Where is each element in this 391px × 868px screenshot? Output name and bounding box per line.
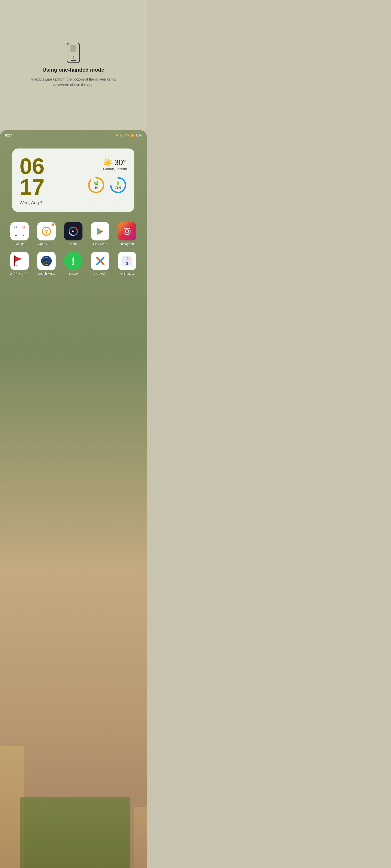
sepah-app-label: Sepah MB...: [38, 272, 55, 275]
phone-screen: 6:17 🔑 ◎ 4G+ 📶 71% 06 17 Wed, Aug 7 ☀️ 3…: [0, 130, 147, 868]
svg-text:ص: ص: [44, 259, 49, 263]
one-handed-description: To exit, swipe up from the bottom of the…: [26, 77, 120, 88]
leaf-icon: 🌿: [94, 181, 99, 186]
signal-icon: 📶: [131, 134, 134, 137]
playstore-app-icon[interactable]: [91, 222, 109, 241]
myshatel-app-label: MyShatel...: [119, 272, 135, 275]
app-item-google[interactable]: G M ▶ ▲ Google: [7, 222, 32, 246]
battery-value: 71%: [115, 186, 121, 189]
wallpaper-trees: [20, 797, 130, 868]
widget-time-section: 06 17 Wed, Aug 7: [20, 155, 45, 206]
app-item-instagram[interactable]: Instagram: [115, 222, 139, 246]
sun-icon: ☀️: [103, 158, 112, 167]
notification-dot: [52, 223, 54, 226]
myshatel-app-icon[interactable]: S: [118, 252, 136, 270]
snapp-app-label: Snapp: [69, 272, 78, 275]
asiatech-app-icon[interactable]: [91, 252, 109, 270]
app-item-sepah[interactable]: ص Sepah MB...: [34, 252, 59, 275]
network-type-label: 4G+: [124, 134, 129, 137]
svg-text:م: م: [16, 264, 18, 266]
google-app-icon[interactable]: G M ▶ ▲: [10, 222, 29, 241]
one-handed-title: Using one-handed mode: [43, 67, 104, 73]
widget-date: Wed, Aug 7: [20, 200, 45, 206]
app-row-2: م همراه بانک م... ص: [6, 252, 141, 275]
app-item-asiatech[interactable]: Asiatech: [88, 252, 112, 275]
widget-weather-section: ☀️ 30° Gaduk, Tehran 🌿 38: [87, 155, 127, 194]
key-icon: 🔑: [115, 134, 118, 137]
instagram-app-icon[interactable]: [118, 222, 136, 241]
clock-weather-widget[interactable]: 06 17 Wed, Aug 7 ☀️ 30° Gaduk, Tehran: [12, 149, 134, 212]
app-item-openvpn[interactable]: OpenVPN ...: [34, 222, 59, 246]
svg-point-11: [125, 230, 129, 233]
hamrah-app-label: همراه بانک م...: [10, 272, 29, 275]
svg-rect-15: [14, 255, 15, 266]
moto-app-label: Moto: [70, 242, 77, 246]
snapp-app-icon[interactable]: [64, 252, 82, 270]
app-item-playstore[interactable]: Play Store: [88, 222, 112, 246]
svg-rect-20: [73, 257, 74, 262]
playstore-app-label: Play Store: [93, 242, 107, 246]
asiatech-app-label: Asiatech: [94, 272, 106, 275]
one-handed-mode-overlay: ↑ Using one-handed mode To exit, swipe u…: [0, 0, 147, 130]
battery-icon: 🔋: [116, 181, 120, 186]
app-grid: G M ▶ ▲ Google: [0, 218, 147, 275]
svg-point-21: [72, 263, 74, 265]
widget-minute: 17: [20, 176, 45, 198]
svg-text:S: S: [126, 261, 128, 266]
wallpaper-curtain-right: [134, 807, 147, 868]
google-app-label: Google: [15, 242, 24, 246]
indicator-circles: 🌿 38 🔋 71%: [87, 176, 127, 194]
wifi-icon: ◎: [120, 134, 122, 137]
instagram-app-label: Instagram: [120, 242, 134, 246]
app-row-1: G M ▶ ▲ Google: [6, 222, 141, 246]
app-item-hamrah[interactable]: م همراه بانک م...: [7, 252, 32, 275]
battery-circle-indicator: 🔋 71%: [109, 176, 127, 194]
status-time: 6:17: [5, 133, 12, 137]
status-bar: 6:17 🔑 ◎ 4G+ 📶 71%: [0, 130, 147, 141]
moto-app-icon[interactable]: M: [64, 222, 82, 241]
svg-point-12: [129, 228, 130, 229]
leaf-circle-indicator: 🌿 38: [87, 176, 105, 194]
weather-location: Gaduk, Tehran: [103, 167, 127, 171]
battery-percentage: 71%: [136, 134, 142, 137]
hamrah-app-icon[interactable]: م: [10, 252, 29, 270]
phone-arrow-icon: ↑: [72, 55, 74, 60]
one-handed-phone-icon: ↑: [67, 43, 80, 63]
openvpn-app-icon[interactable]: [37, 222, 56, 241]
status-icons-group: 🔑 ◎ 4G+ 📶 71%: [115, 134, 142, 137]
app-item-moto[interactable]: M Moto: [61, 222, 86, 246]
weather-temperature: 30°: [114, 158, 126, 167]
leaf-value: 38: [94, 186, 98, 189]
openvpn-app-label: OpenVPN ...: [38, 242, 55, 246]
sepah-app-icon[interactable]: ص: [37, 252, 56, 270]
weather-row: ☀️ 30°: [103, 158, 127, 167]
widget-hour: 06: [20, 155, 45, 177]
app-item-myshatel[interactable]: S MyShatel...: [115, 252, 139, 275]
app-item-snapp[interactable]: Snapp: [61, 252, 86, 275]
svg-text:M: M: [72, 230, 75, 233]
